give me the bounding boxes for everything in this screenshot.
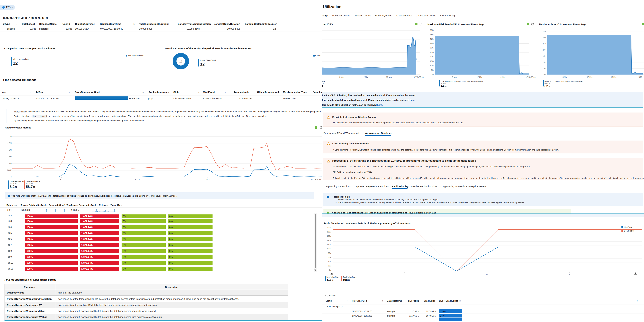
column-header[interactable]: Tuples Returned... [71, 204, 91, 206]
grid-right-border [317, 213, 317, 272]
x-axis-label: 16 [59, 178, 61, 180]
grid-bar-red: 100% [25, 249, 78, 253]
grid-bar-red: 1,072.24% [80, 249, 119, 253]
sort-icon[interactable]: ↑↓ [434, 300, 435, 302]
x-axis-label: 15 [486, 274, 488, 276]
y-axis-label: 40M [328, 260, 331, 262]
grid-bar-green: 0% [168, 237, 212, 241]
read-workload-plot [0, 0, 322, 184]
grid-bar-value: 100% [26, 232, 33, 234]
grid-row-label: db10 [8, 261, 13, 264]
group-label[interactable]: example (7) [332, 306, 344, 308]
column-header[interactable]: Tuples Returned (Sum) [Ti... [91, 204, 122, 206]
cell-timegenerated: 27/03/2023, 16:37:55 [352, 310, 372, 312]
legend-unit: M [33, 186, 35, 188]
grid-bar-green: 0% [168, 255, 212, 259]
legend-label: DeadTuples (Max) [342, 276, 356, 278]
legend-label[interactable]: DeadTuples [624, 230, 634, 232]
grid-bar-value: 1,072.24% [81, 250, 93, 252]
grid-scrollbar-down-arrow[interactable] [314, 270, 316, 271]
grid-bar-value: 0% [123, 220, 126, 222]
column-header-deadtuples[interactable]: DeadTuples [424, 300, 435, 302]
range-slider-right[interactable] [634, 272, 637, 274]
sort-icon[interactable]: ↑↓ [347, 300, 348, 302]
find-description-caption: Find the description of each metric belo… [4, 278, 56, 282]
desc-col-divider [55, 284, 56, 290]
desc-col-divider [55, 314, 56, 320]
grid-row-divider [6, 218, 317, 218]
grid-row-divider [6, 230, 317, 230]
x-axis-label: 14 [404, 274, 406, 276]
grid-bar-value: 0% [169, 226, 173, 228]
desc-col-divider [55, 290, 56, 296]
grid-bar-red: 100% [25, 237, 78, 241]
grid-left-border [6, 213, 6, 272]
grid-scrollbar-thumb[interactable] [314, 214, 316, 268]
code-azure-maintanance: azure_maintanance [155, 195, 176, 197]
column-header[interactable]: Tuples Fetched (... [20, 204, 41, 206]
sort-icon[interactable]: ↑↓ [86, 204, 87, 206]
grid-bar-red: 1,072.24% [80, 255, 119, 259]
legend-unit: M [348, 279, 350, 281]
desc-header-description: Description [55, 286, 288, 288]
cell-databasename: example [387, 310, 395, 312]
grid-row-divider [6, 266, 317, 266]
grid-bar-value: 0% [123, 262, 126, 264]
legend-label[interactable]: LiveTuples [624, 226, 633, 228]
desc-col-divider [55, 308, 56, 314]
grid-bar-value: 0% [123, 244, 126, 246]
grid-bar-green: 0% [168, 219, 212, 223]
cell-ratio: 170% [440, 310, 446, 312]
grid-bar: 1,072.24% [80, 214, 119, 218]
header-divider [322, 304, 644, 304]
search-box[interactable]: Search [324, 294, 643, 297]
y-axis-label: 500K [7, 169, 12, 171]
column-header-livetodeadtupratio[interactable]: LiveToDeadTupRatio [439, 300, 460, 302]
grid-bar-value: 100% [26, 226, 33, 228]
sort-icon[interactable]: ↑↓ [15, 204, 16, 206]
y-axis-label: 100M [327, 248, 331, 250]
desc-text: Name of the database. [58, 291, 82, 294]
grid-bar-value: 0% [169, 268, 173, 270]
sort-icon[interactable]: ↑↓ [382, 300, 383, 302]
legend-unit: M [332, 279, 334, 281]
desc-param: PercentTowardsEmergencyAV [7, 304, 42, 306]
desc-param: PercentTowardsWraparoundProtection [7, 298, 52, 300]
sort-icon[interactable]: ↑↓ [417, 300, 418, 302]
sort-icon[interactable]: ↑↓ [36, 204, 37, 206]
grid-bar-value: 1,072.24% [81, 238, 93, 240]
y-axis-label: 200M [327, 227, 331, 228]
y-axis-label: 140M [327, 240, 331, 241]
range-slider-left[interactable] [330, 272, 333, 274]
grid-bar-red: 1,072.24% [80, 225, 119, 229]
legend-sub: test23061 [10, 183, 17, 184]
sort-icon[interactable]: ↑↓ [637, 300, 638, 302]
grid-bar-green: 0% [122, 249, 166, 253]
legend-bar [8, 180, 9, 189]
code-azure-sys: azure_sys [138, 195, 150, 197]
x-axis-label: 16:15 [135, 178, 140, 180]
grid-bar-value: 0% [169, 238, 173, 240]
grid-row-label: db7 [8, 244, 12, 246]
cell-databasename: example [387, 314, 395, 317]
column-header-timegenerated[interactable]: TimeGenerated [352, 300, 367, 302]
chart-area [92, 209, 119, 212]
info-icon: i [8, 195, 10, 197]
grid-row-label: db5 [8, 232, 12, 234]
column-header[interactable]: Tuples Fetched (Sum) [Tim... [41, 204, 72, 206]
read-note-period: . [176, 195, 177, 197]
tuples-returned-sparkline [0, 208, 145, 212]
y-axis-label: 20M [328, 265, 331, 267]
grid-row-divider [6, 260, 317, 260]
group-expand-chevron[interactable] [326, 306, 328, 307]
sort-icon[interactable]: ↑↓ [400, 300, 401, 302]
read-note-text: The read workload metric calculates the … [11, 195, 177, 197]
column-header-databasename[interactable]: DatabaseName [387, 300, 402, 302]
sort-icon[interactable]: ↑↓ [460, 300, 460, 302]
grid-bar-value: 1,072.24% [81, 256, 93, 258]
cell-livetuples: 115.97 M [410, 310, 420, 312]
column-header-group[interactable]: Group [326, 300, 332, 302]
legend-value: 58.7 M [26, 185, 35, 189]
legend-bar [325, 276, 326, 281]
grid-bar-value: 100% [26, 256, 33, 258]
